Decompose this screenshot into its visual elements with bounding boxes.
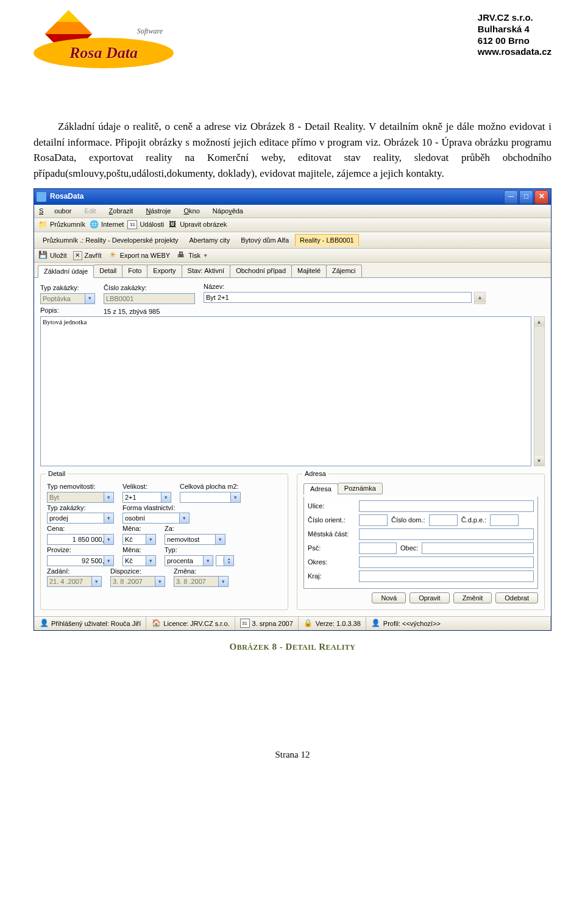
tb-pruzkumnik[interactable]: 📁 Průzkumník <box>38 220 85 230</box>
menubar: Soubor Edit Zobrazit Nástroje Okno Nápov… <box>34 205 551 218</box>
chevron-down-icon[interactable]: ▾ <box>104 513 113 523</box>
spinner-icon[interactable]: ▴▾ <box>224 556 233 566</box>
popis-scroll[interactable]: ▴ ▾ <box>534 316 545 466</box>
chevron-down-icon[interactable]: ▾ <box>104 535 113 544</box>
status-verze-label: Verze: 1.0.3.38 <box>316 620 361 628</box>
inp-okres[interactable] <box>359 556 534 568</box>
status-verze: 🔒 Verze: 1.0.3.38 <box>299 617 366 630</box>
breadcrumb-seg2[interactable]: Bytový dům Alfa <box>236 234 294 247</box>
chevron-down-icon[interactable]: ▾ <box>230 492 240 502</box>
lbl-dispozice: Dispozice: <box>110 567 165 575</box>
scroll-up-icon[interactable]: ▴ <box>534 317 544 327</box>
picture-edit-icon: 🖼 <box>168 220 177 230</box>
tab-foto[interactable]: Foto <box>122 265 147 277</box>
chevron-down-icon[interactable]: ▾ <box>146 556 155 566</box>
chevron-down-icon[interactable]: ▾ <box>104 556 113 566</box>
inp-obec[interactable] <box>422 542 534 554</box>
lbl-mcast: Městská část: <box>308 530 355 538</box>
status-profil-label: Profil: <<výchozí>> <box>383 620 441 628</box>
paragraph-1: Základní údaje o realitě, o ceně a adres… <box>34 119 551 181</box>
logo-text: Rosa Data <box>69 44 138 62</box>
btn-opravit[interactable]: Opravit <box>410 592 449 603</box>
subtab-poznamka[interactable]: Poznámka <box>338 483 383 494</box>
scroll-up-icon[interactable]: ▴ <box>475 293 485 302</box>
chevron-down-icon[interactable]: ▾ <box>91 577 101 586</box>
tab-zakladni[interactable]: Základní údaje <box>38 265 94 278</box>
status-licence: 🏠 Licence: JRV.CZ s.r.o. <box>146 617 235 630</box>
company-info: JRV.CZ s.r.o. Bulharská 4 612 00 Brno ww… <box>478 12 551 58</box>
minimize-button[interactable]: ─ <box>504 190 518 204</box>
inp-mcast[interactable] <box>359 528 534 540</box>
form-area: Typ zakázky: ▾ Číslo zakázky: Název: ▴ <box>34 278 551 471</box>
tab-detail[interactable]: Detail <box>93 265 122 277</box>
page-header: Software Rosa Data JRV.CZ s.r.o. Bulhars… <box>34 12 551 70</box>
breadcrumb-root[interactable]: Průzkumník .: Reality - Developerské pro… <box>38 234 183 247</box>
lbl-kraj: Kraj: <box>308 572 355 580</box>
btn-zmenit[interactable]: Změnit <box>453 592 492 603</box>
inp-kraj[interactable] <box>359 570 534 582</box>
close-button[interactable]: ✕ <box>534 190 548 204</box>
menu-okno[interactable]: Okno <box>183 207 199 215</box>
btn-nova[interactable]: Nová <box>372 592 406 603</box>
adresa-buttons: Nová Opravit Změnit Odebrat <box>303 592 538 603</box>
tab-stav[interactable]: Stav: Aktivní <box>182 265 231 277</box>
inp-corient[interactable] <box>359 514 388 526</box>
lbl-mena: Měna: <box>122 525 156 533</box>
chevron-down-icon[interactable]: ▾ <box>85 294 94 304</box>
user-icon: 👤 <box>39 619 49 628</box>
menu-soubor[interactable]: Soubor <box>39 207 71 215</box>
chevron-down-icon[interactable]: ▾ <box>161 492 171 502</box>
group-adresa: Adresa Adresa Poznámka Ulice: Číslo orie… <box>297 474 545 610</box>
tb-upravit-label: Upravit obrázek <box>180 221 227 229</box>
profile-icon: 👤 <box>371 619 381 628</box>
maximize-button[interactable]: □ <box>519 190 533 204</box>
lbl-mena2: Měna: <box>122 546 156 554</box>
menu-napoveda[interactable]: Nápověda <box>213 207 243 215</box>
tb-upravit-obrazek[interactable]: 🖼 Upravit obrázek <box>168 220 227 230</box>
lock-icon: 🔒 <box>303 619 313 628</box>
btn-tisk[interactable]: 🖶 Tisk ▾ <box>176 251 207 260</box>
inp-cdom[interactable] <box>429 514 458 526</box>
group-detail: Detail Typ nemovitosti: ▾ Velikost: ▾ Ce… <box>40 474 288 610</box>
tab-exporty[interactable]: Exporty <box>147 265 182 277</box>
tb-udalosti[interactable]: 31 Události <box>127 220 164 229</box>
toolbar-main: 📁 Průzkumník 🌐 Internet 31 Události 🖼 Up… <box>34 218 551 232</box>
btn-ulozit[interactable]: 💾 Uložit <box>38 251 67 260</box>
btn-odebrat[interactable]: Odebrat <box>495 592 538 603</box>
app-icon <box>37 192 46 202</box>
chevron-down-icon[interactable]: ▾ <box>104 492 113 502</box>
btn-zavrit[interactable]: ✕ Zavřít <box>73 251 102 260</box>
scroll-down-icon[interactable]: ▾ <box>534 456 544 466</box>
popis-counter: 15 z 15, zbývá 985 <box>104 307 232 316</box>
house-icon: 🏠 <box>151 619 161 628</box>
subtab-adresa[interactable]: Adresa <box>303 483 338 495</box>
btn-zavrit-label: Zavřít <box>85 252 102 260</box>
lbl-cena: Cena: <box>47 525 114 533</box>
breadcrumb-seg3[interactable]: Reality - LBB0001 <box>295 234 359 247</box>
chevron-down-icon[interactable]: ▾ <box>155 577 165 586</box>
lbl-typ-zak: Typ zakázky: <box>40 284 95 292</box>
breadcrumb-seg1[interactable]: Abertamy city <box>185 234 235 247</box>
popis-textarea[interactable]: Bytová jednotka <box>40 316 531 466</box>
chevron-down-icon[interactable]: ▾ <box>203 556 213 566</box>
menu-zobrazit[interactable]: Zobrazit <box>109 207 133 215</box>
menu-nastroje[interactable]: Nástroje <box>146 207 171 215</box>
inp-cdpe[interactable] <box>490 514 519 526</box>
btn-export[interactable]: ✳ Export na WEBY <box>108 251 171 260</box>
chevron-down-icon[interactable]: ▾ <box>179 513 189 523</box>
tab-obchodni[interactable]: Obchodní případ <box>230 265 292 277</box>
status-user: 👤 Přihlášený uživatel: Rouča Jiří <box>34 617 146 630</box>
chevron-down-icon[interactable]: ▾ <box>215 535 225 544</box>
chevron-down-icon[interactable]: ▾ <box>218 577 228 586</box>
legend-detail: Detail <box>46 470 68 478</box>
tab-majitele[interactable]: Majitelé <box>291 265 327 277</box>
tabstrip: Základní údaje Detail Foto Exporty Stav:… <box>34 263 551 278</box>
inp-psc[interactable] <box>359 542 397 554</box>
tb-internet-label: Internet <box>101 221 124 229</box>
tb-internet[interactable]: 🌐 Internet <box>89 220 124 230</box>
tab-zajemci[interactable]: Zájemci <box>326 265 362 277</box>
chevron-down-icon[interactable]: ▾ <box>146 535 155 544</box>
nazev-scroll[interactable]: ▴ <box>474 292 486 304</box>
inp-ulice[interactable] <box>359 500 534 512</box>
inp-nazev[interactable] <box>204 292 472 303</box>
